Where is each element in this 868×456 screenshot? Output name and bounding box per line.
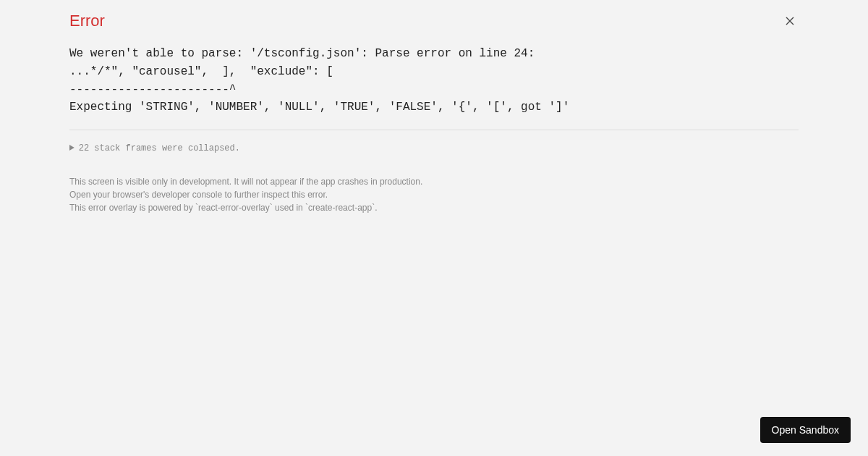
console-note: Open your browser's developer console to…	[69, 188, 799, 201]
footer-notes: This screen is visible only in developme…	[69, 175, 799, 214]
dev-only-note: This screen is visible only in developme…	[69, 175, 799, 188]
close-icon	[784, 15, 796, 27]
error-message: We weren't able to parse: '/tsconfig.jso…	[69, 45, 799, 117]
open-sandbox-button[interactable]: Open Sandbox	[760, 417, 851, 443]
stack-frames-details[interactable]: 22 stack frames were collapsed.	[69, 143, 799, 153]
stack-frames-summary[interactable]: 22 stack frames were collapsed.	[69, 143, 799, 153]
error-overlay: Error We weren't able to parse: '/tsconf…	[0, 0, 868, 214]
error-line-2: ...*/*", "carousel", ], "exclude": [	[69, 65, 333, 78]
header-row: Error	[69, 12, 799, 30]
error-title: Error	[69, 12, 105, 30]
overlay-credit-note: This error overlay is powered by `react-…	[69, 201, 799, 214]
error-line-1: We weren't able to parse: '/tsconfig.jso…	[69, 47, 535, 60]
error-line-4: Expecting 'STRING', 'NUMBER', 'NULL', 'T…	[69, 101, 569, 114]
close-button[interactable]	[781, 12, 799, 30]
error-line-3: -----------------------^	[69, 83, 236, 96]
divider	[69, 130, 799, 130]
